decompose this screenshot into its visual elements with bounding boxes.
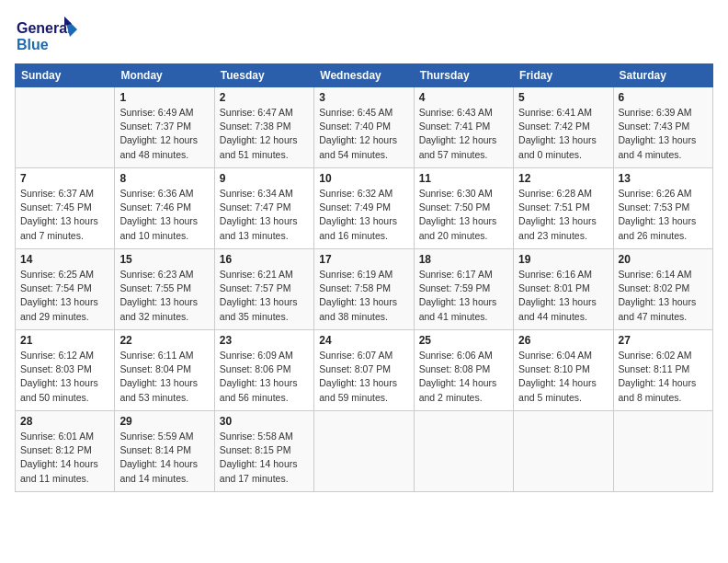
calendar-cell: 5Sunrise: 6:41 AM Sunset: 7:42 PM Daylig…: [514, 87, 613, 168]
day-number: 13: [619, 172, 708, 185]
day-number: 25: [419, 334, 508, 347]
calendar-cell: 4Sunrise: 6:43 AM Sunset: 7:41 PM Daylig…: [414, 87, 513, 168]
day-number: 5: [518, 91, 608, 104]
calendar-cell: 25Sunrise: 6:06 AM Sunset: 8:08 PM Dayli…: [414, 330, 513, 411]
day-number: 24: [319, 334, 408, 347]
calendar-cell: 23Sunrise: 6:09 AM Sunset: 8:06 PM Dayli…: [214, 330, 313, 411]
day-info: Sunrise: 6:26 AM Sunset: 7:53 PM Dayligh…: [619, 187, 708, 243]
week-row-3: 14Sunrise: 6:25 AM Sunset: 7:54 PM Dayli…: [16, 249, 713, 330]
day-info: Sunrise: 6:12 AM Sunset: 8:03 PM Dayligh…: [20, 349, 109, 405]
day-info: Sunrise: 6:23 AM Sunset: 7:55 PM Dayligh…: [119, 268, 209, 324]
day-number: 22: [119, 334, 209, 347]
calendar-cell: 28Sunrise: 6:01 AM Sunset: 8:12 PM Dayli…: [16, 411, 115, 492]
calendar-cell: 20Sunrise: 6:14 AM Sunset: 8:02 PM Dayli…: [613, 249, 712, 330]
calendar-cell: 11Sunrise: 6:30 AM Sunset: 7:50 PM Dayli…: [414, 168, 513, 249]
week-row-5: 28Sunrise: 6:01 AM Sunset: 8:12 PM Dayli…: [16, 411, 713, 492]
day-number: 7: [20, 172, 109, 185]
svg-text:General: General: [17, 20, 72, 36]
day-info: Sunrise: 6:14 AM Sunset: 8:02 PM Dayligh…: [619, 268, 708, 324]
calendar-cell: 7Sunrise: 6:37 AM Sunset: 7:45 PM Daylig…: [16, 168, 115, 249]
calendar-cell: 13Sunrise: 6:26 AM Sunset: 7:53 PM Dayli…: [613, 168, 712, 249]
day-number: 11: [419, 172, 508, 185]
svg-text:Blue: Blue: [17, 37, 49, 52]
day-info: Sunrise: 6:04 AM Sunset: 8:10 PM Dayligh…: [518, 349, 608, 405]
day-number: 27: [619, 334, 708, 347]
day-number: 16: [220, 253, 309, 266]
day-number: 14: [20, 253, 109, 266]
day-info: Sunrise: 6:11 AM Sunset: 8:04 PM Dayligh…: [119, 349, 209, 405]
day-info: Sunrise: 6:39 AM Sunset: 7:43 PM Dayligh…: [619, 106, 708, 162]
calendar-cell: 29Sunrise: 5:59 AM Sunset: 8:14 PM Dayli…: [115, 411, 214, 492]
day-number: 10: [319, 172, 408, 185]
calendar-cell: 2Sunrise: 6:47 AM Sunset: 7:38 PM Daylig…: [214, 87, 313, 168]
col-header-thursday: Thursday: [414, 64, 513, 87]
day-info: Sunrise: 6:43 AM Sunset: 7:41 PM Dayligh…: [419, 106, 508, 162]
day-info: Sunrise: 6:45 AM Sunset: 7:40 PM Dayligh…: [319, 106, 408, 162]
calendar-cell: 22Sunrise: 6:11 AM Sunset: 8:04 PM Dayli…: [115, 330, 214, 411]
day-number: 26: [518, 334, 608, 347]
day-number: 1: [119, 91, 209, 104]
day-number: 23: [220, 334, 309, 347]
day-info: Sunrise: 6:36 AM Sunset: 7:46 PM Dayligh…: [119, 187, 209, 243]
col-header-wednesday: Wednesday: [314, 64, 414, 87]
day-number: 30: [220, 415, 309, 428]
day-info: Sunrise: 6:21 AM Sunset: 7:57 PM Dayligh…: [220, 268, 309, 324]
week-row-4: 21Sunrise: 6:12 AM Sunset: 8:03 PM Dayli…: [16, 330, 713, 411]
day-number: 6: [619, 91, 708, 104]
calendar-cell: 24Sunrise: 6:07 AM Sunset: 8:07 PM Dayli…: [314, 330, 414, 411]
day-number: 9: [220, 172, 309, 185]
day-info: Sunrise: 6:01 AM Sunset: 8:12 PM Dayligh…: [20, 430, 109, 486]
day-number: 15: [119, 253, 209, 266]
day-number: 4: [419, 91, 508, 104]
day-number: 19: [518, 253, 608, 266]
calendar-cell: 18Sunrise: 6:17 AM Sunset: 7:59 PM Dayli…: [414, 249, 513, 330]
column-header-row: SundayMondayTuesdayWednesdayThursdayFrid…: [16, 64, 713, 87]
calendar-cell: 15Sunrise: 6:23 AM Sunset: 7:55 PM Dayli…: [115, 249, 214, 330]
day-number: 8: [119, 172, 209, 185]
day-number: 21: [20, 334, 109, 347]
day-info: Sunrise: 6:37 AM Sunset: 7:45 PM Dayligh…: [20, 187, 109, 243]
week-row-2: 7Sunrise: 6:37 AM Sunset: 7:45 PM Daylig…: [16, 168, 713, 249]
calendar-cell: 21Sunrise: 6:12 AM Sunset: 8:03 PM Dayli…: [16, 330, 115, 411]
calendar-cell: 12Sunrise: 6:28 AM Sunset: 7:51 PM Dayli…: [514, 168, 613, 249]
col-header-sunday: Sunday: [16, 64, 115, 87]
calendar-cell: 17Sunrise: 6:19 AM Sunset: 7:58 PM Dayli…: [314, 249, 414, 330]
calendar-cell: 6Sunrise: 6:39 AM Sunset: 7:43 PM Daylig…: [613, 87, 712, 168]
calendar-cell: [16, 87, 115, 168]
day-number: 17: [319, 253, 408, 266]
day-info: Sunrise: 6:02 AM Sunset: 8:11 PM Dayligh…: [619, 349, 708, 405]
day-info: Sunrise: 5:58 AM Sunset: 8:15 PM Dayligh…: [220, 430, 309, 486]
day-info: Sunrise: 6:32 AM Sunset: 7:49 PM Dayligh…: [319, 187, 408, 243]
day-info: Sunrise: 6:34 AM Sunset: 7:47 PM Dayligh…: [220, 187, 309, 243]
calendar-cell: 27Sunrise: 6:02 AM Sunset: 8:11 PM Dayli…: [613, 330, 712, 411]
page-header: GeneralBlue: [15, 15, 713, 56]
calendar-cell: 30Sunrise: 5:58 AM Sunset: 8:15 PM Dayli…: [214, 411, 313, 492]
day-info: Sunrise: 6:49 AM Sunset: 7:37 PM Dayligh…: [119, 106, 209, 162]
day-number: 28: [20, 415, 109, 428]
calendar-cell: [414, 411, 513, 492]
day-number: 3: [319, 91, 408, 104]
calendar-cell: [613, 411, 712, 492]
day-number: 2: [220, 91, 309, 104]
calendar-cell: 8Sunrise: 6:36 AM Sunset: 7:46 PM Daylig…: [115, 168, 214, 249]
day-info: Sunrise: 5:59 AM Sunset: 8:14 PM Dayligh…: [119, 430, 209, 486]
calendar-cell: 3Sunrise: 6:45 AM Sunset: 7:40 PM Daylig…: [314, 87, 414, 168]
calendar-cell: 19Sunrise: 6:16 AM Sunset: 8:01 PM Dayli…: [514, 249, 613, 330]
calendar-cell: 10Sunrise: 6:32 AM Sunset: 7:49 PM Dayli…: [314, 168, 414, 249]
col-header-tuesday: Tuesday: [214, 64, 313, 87]
day-info: Sunrise: 6:28 AM Sunset: 7:51 PM Dayligh…: [518, 187, 608, 243]
col-header-monday: Monday: [115, 64, 214, 87]
day-info: Sunrise: 6:19 AM Sunset: 7:58 PM Dayligh…: [319, 268, 408, 324]
day-info: Sunrise: 6:30 AM Sunset: 7:50 PM Dayligh…: [419, 187, 508, 243]
calendar-cell: 16Sunrise: 6:21 AM Sunset: 7:57 PM Dayli…: [214, 249, 313, 330]
calendar-cell: [514, 411, 613, 492]
calendar-cell: [314, 411, 414, 492]
day-info: Sunrise: 6:06 AM Sunset: 8:08 PM Dayligh…: [419, 349, 508, 405]
day-info: Sunrise: 6:16 AM Sunset: 8:01 PM Dayligh…: [518, 268, 608, 324]
day-info: Sunrise: 6:25 AM Sunset: 7:54 PM Dayligh…: [20, 268, 109, 324]
week-row-1: 1Sunrise: 6:49 AM Sunset: 7:37 PM Daylig…: [16, 87, 713, 168]
calendar-table: SundayMondayTuesdayWednesdayThursdayFrid…: [15, 63, 713, 492]
logo: GeneralBlue: [15, 15, 79, 56]
day-number: 12: [518, 172, 608, 185]
day-number: 18: [419, 253, 508, 266]
